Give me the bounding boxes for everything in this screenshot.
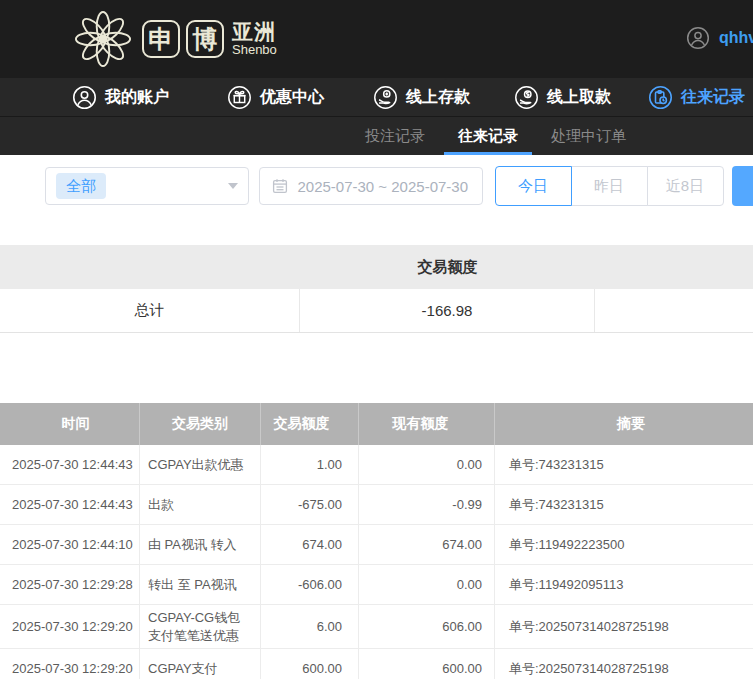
table-row: 2025-07-30 12:44:43 出款 -675.00 -0.99 单号:… bbox=[0, 485, 753, 525]
cell-balance: 606.00 bbox=[359, 605, 495, 648]
gift-icon bbox=[227, 85, 252, 110]
logo-region-cn: 亚洲 bbox=[232, 21, 277, 43]
brand-logo: 申 博 亚洲 Shenbo bbox=[74, 10, 277, 68]
username-text: qhhv bbox=[719, 29, 753, 47]
cell-balance: 0.00 bbox=[359, 445, 495, 484]
tab-transaction-records[interactable]: 往来记录 bbox=[444, 117, 532, 155]
cell-summary: 单号:202507314028725198 bbox=[495, 649, 753, 679]
calendar-icon bbox=[272, 178, 288, 194]
summary-total-row: 总计 -166.98 bbox=[0, 289, 753, 333]
cell-type: CGPAY出款优惠 bbox=[140, 445, 261, 484]
table-row: 2025-07-30 12:29:20 CGPAY-CG钱包支付笔笔送优惠 6.… bbox=[0, 605, 753, 649]
tab-label: 投注记录 bbox=[365, 127, 425, 146]
cell-summary: 单号:119492095113 bbox=[495, 565, 753, 604]
active-tab-underline bbox=[444, 152, 532, 155]
summary-total-value: -166.98 bbox=[300, 289, 595, 332]
quick-date-group: 今日 昨日 近8日 bbox=[495, 166, 724, 206]
nav-label: 我的账户 bbox=[105, 87, 169, 108]
cell-summary: 单号:202507314028725198 bbox=[495, 605, 753, 648]
main-nav: 我的账户 优惠中心 线上存款 bbox=[0, 78, 753, 116]
summary-table: 交易额度 总计 -166.98 bbox=[0, 245, 753, 333]
record-tabs: 投注记录 往来记录 处理中订单 bbox=[0, 116, 753, 155]
cell-type: CGPAY支付 bbox=[140, 649, 261, 679]
chevron-down-icon bbox=[228, 183, 238, 189]
cell-time: 2025-07-30 12:29:20 bbox=[0, 649, 140, 679]
logo-char-shen: 申 bbox=[142, 20, 180, 58]
col-header-balance: 现有额度 bbox=[359, 403, 495, 445]
nav-label: 线上取款 bbox=[547, 87, 611, 108]
nav-item-my-account[interactable]: 我的账户 bbox=[72, 85, 169, 110]
cell-amount: 1.00 bbox=[261, 445, 359, 484]
logo-char-bo: 博 bbox=[186, 20, 224, 58]
cell-time: 2025-07-30 12:29:20 bbox=[0, 605, 140, 648]
cell-amount: 600.00 bbox=[261, 649, 359, 679]
cell-type: CGPAY-CG钱包支付笔笔送优惠 bbox=[140, 605, 261, 648]
category-select[interactable]: 全部 bbox=[45, 167, 249, 205]
search-button[interactable] bbox=[732, 166, 753, 206]
col-header-type: 交易类别 bbox=[140, 403, 261, 445]
tab-label: 处理中订单 bbox=[551, 127, 626, 146]
date-range-value: 2025-07-30 ~ 2025-07-30 bbox=[297, 178, 468, 195]
table-row: 2025-07-30 12:29:28 转出 至 PA视讯 -606.00 0.… bbox=[0, 565, 753, 605]
summary-total-label: 总计 bbox=[0, 289, 300, 332]
cell-balance: 600.00 bbox=[359, 649, 495, 679]
cell-time: 2025-07-30 12:44:10 bbox=[0, 525, 140, 564]
cell-amount: 6.00 bbox=[261, 605, 359, 648]
quick-today-button[interactable]: 今日 bbox=[495, 166, 572, 206]
nav-label: 线上存款 bbox=[406, 87, 470, 108]
logo-subtitle: Shenbo bbox=[232, 43, 277, 57]
deposit-coin-icon bbox=[373, 85, 398, 110]
user-account[interactable]: qhhv bbox=[686, 26, 753, 50]
cell-amount: 674.00 bbox=[261, 525, 359, 564]
filter-bar: 全部 2025-07-30 ~ 2025-07-30 今日 昨日 近8日 bbox=[45, 166, 753, 206]
cell-type: 转出 至 PA视讯 bbox=[140, 565, 261, 604]
summary-header-row: 交易额度 bbox=[0, 245, 753, 289]
cell-summary: 单号:743231315 bbox=[495, 485, 753, 524]
quick-yesterday-button[interactable]: 昨日 bbox=[571, 166, 648, 206]
nav-item-online-withdraw[interactable]: 线上取款 bbox=[514, 85, 611, 110]
top-header: 申 博 亚洲 Shenbo qhhv bbox=[0, 0, 753, 78]
tab-pending-orders[interactable]: 处理中订单 bbox=[537, 117, 640, 155]
cell-type: 由 PA视讯 转入 bbox=[140, 525, 261, 564]
col-header-amount: 交易额度 bbox=[261, 403, 359, 445]
user-avatar-icon bbox=[686, 26, 710, 50]
date-range-input[interactable]: 2025-07-30 ~ 2025-07-30 bbox=[259, 167, 482, 205]
cell-type: 出款 bbox=[140, 485, 261, 524]
nav-label: 优惠中心 bbox=[260, 87, 324, 108]
withdraw-coin-icon bbox=[514, 85, 539, 110]
cell-summary: 单号:119492223500 bbox=[495, 525, 753, 564]
records-header-row: 时间 交易类别 交易额度 现有额度 摘要 bbox=[0, 403, 753, 445]
tab-label: 往来记录 bbox=[458, 127, 518, 146]
nav-item-promotions[interactable]: 优惠中心 bbox=[227, 85, 324, 110]
logo-region-text: 亚洲 Shenbo bbox=[232, 21, 277, 57]
cell-time: 2025-07-30 12:29:28 bbox=[0, 565, 140, 604]
cell-summary: 单号:743231315 bbox=[495, 445, 753, 484]
cell-balance: -0.99 bbox=[359, 485, 495, 524]
cell-balance: 674.00 bbox=[359, 525, 495, 564]
cell-amount: -606.00 bbox=[261, 565, 359, 604]
table-row: 2025-07-30 12:29:20 CGPAY支付 600.00 600.0… bbox=[0, 649, 753, 679]
nav-item-online-deposit[interactable]: 线上存款 bbox=[373, 85, 470, 110]
table-row: 2025-07-30 12:44:43 CGPAY出款优惠 1.00 0.00 … bbox=[0, 445, 753, 485]
selected-category-tag: 全部 bbox=[56, 173, 106, 199]
records-table: 时间 交易类别 交易额度 现有额度 摘要 2025-07-30 12:44:43… bbox=[0, 403, 753, 679]
cell-time: 2025-07-30 12:44:43 bbox=[0, 485, 140, 524]
tab-betting-records[interactable]: 投注记录 bbox=[351, 117, 439, 155]
cell-time: 2025-07-30 12:44:43 bbox=[0, 445, 140, 484]
clipboard-clock-icon bbox=[648, 85, 673, 110]
nav-label: 往来记录 bbox=[681, 87, 745, 108]
nav-item-transaction-records[interactable]: 往来记录 bbox=[648, 85, 745, 110]
quick-last8days-button[interactable]: 近8日 bbox=[647, 166, 724, 206]
table-row: 2025-07-30 12:44:10 由 PA视讯 转入 674.00 674… bbox=[0, 525, 753, 565]
summary-empty-cell bbox=[595, 289, 753, 332]
user-circle-icon bbox=[72, 85, 97, 110]
col-header-time: 时间 bbox=[0, 403, 140, 445]
col-header-summary: 摘要 bbox=[495, 403, 753, 445]
cell-amount: -675.00 bbox=[261, 485, 359, 524]
summary-header-amount: 交易额度 bbox=[300, 258, 595, 277]
lotus-flower-icon bbox=[74, 10, 132, 68]
cell-balance: 0.00 bbox=[359, 565, 495, 604]
